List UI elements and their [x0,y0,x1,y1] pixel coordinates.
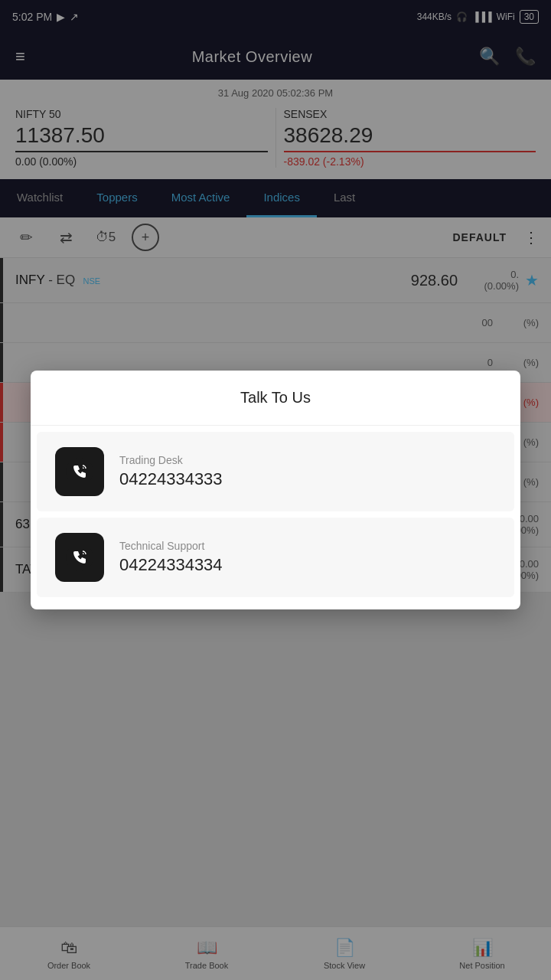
svg-point-1 [66,544,93,571]
modal-overlay[interactable]: Talk To Us Trading Desk 04224334333 [0,0,551,980]
technical-support-label: Technical Support [119,540,496,552]
talk-to-us-dialog: Talk To Us Trading Desk 04224334333 [31,371,520,609]
technical-support-contact[interactable]: Technical Support 04224334334 [37,518,514,597]
trading-desk-phone-icon [55,447,104,496]
svg-point-0 [66,458,93,485]
technical-support-phone-icon [55,533,104,582]
trading-desk-info: Trading Desk 04224334333 [119,454,496,489]
dialog-title: Talk To Us [31,371,520,426]
technical-support-info: Technical Support 04224334334 [119,540,496,575]
trading-desk-contact[interactable]: Trading Desk 04224334333 [37,432,514,511]
trading-desk-label: Trading Desk [119,454,496,466]
trading-desk-number[interactable]: 04224334333 [119,469,496,489]
technical-support-number[interactable]: 04224334334 [119,555,496,575]
